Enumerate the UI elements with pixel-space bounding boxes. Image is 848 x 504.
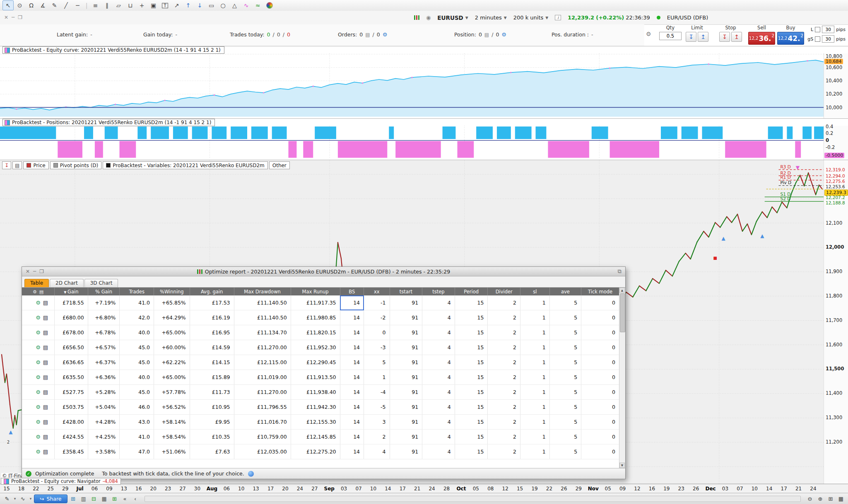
ellipse-tool[interactable]: ○ bbox=[217, 0, 229, 10]
cell--winning[interactable]: +58.14% bbox=[154, 415, 190, 430]
cell-period[interactable]: 15 bbox=[455, 325, 488, 340]
cell-max-drawdown[interactable]: £11,140.50 bbox=[234, 295, 291, 310]
regression-tool[interactable]: ≈ bbox=[252, 0, 263, 10]
cell-period[interactable]: 15 bbox=[455, 370, 488, 385]
cell--winning[interactable]: +64.29% bbox=[154, 310, 190, 325]
cell--gain[interactable]: +3.58% bbox=[88, 444, 120, 459]
optimize-result-row[interactable]: ⚙▤£424.55+4.25%41.0+58.54%£10.35£10,759.… bbox=[22, 430, 619, 444]
share-icon[interactable]: ⧉ bbox=[618, 268, 622, 275]
cell--gain[interactable]: +6.80% bbox=[88, 310, 120, 325]
optimize-tab-table[interactable]: Table bbox=[24, 279, 49, 287]
cell-sl[interactable]: 1 bbox=[520, 444, 550, 459]
cell-trades[interactable]: 47.0 bbox=[120, 444, 154, 459]
equity-pane-tab[interactable]: ProBacktest - Equity curve: 20201221 Ver… bbox=[2, 46, 224, 54]
row-save-icon[interactable]: ▤ bbox=[43, 314, 48, 321]
duplicate-tool[interactable]: ▣ bbox=[148, 0, 159, 10]
cell-tstart[interactable]: 91 bbox=[390, 370, 422, 385]
cell-gain[interactable]: £678.00 bbox=[55, 325, 88, 340]
timeframe-dropdown[interactable]: 2 minutes▼ bbox=[475, 14, 507, 21]
cell-trades[interactable]: 41.0 bbox=[120, 295, 154, 310]
cell-tick-mode[interactable]: 0 bbox=[581, 415, 619, 430]
share-button[interactable]: ↪ Share bbox=[34, 494, 67, 503]
pane-list-icon[interactable]: ▤ bbox=[12, 161, 22, 169]
position-settings-icon[interactable]: ⚙ bbox=[501, 31, 506, 38]
grid-green-icon[interactable]: ⊟ bbox=[89, 494, 99, 503]
cell-xx[interactable]: 4 bbox=[364, 444, 390, 459]
pane-collapse-icon[interactable]: ↧ bbox=[2, 161, 11, 169]
cell-tstart[interactable]: 91 bbox=[390, 355, 422, 370]
cell-trades[interactable]: 45.0 bbox=[120, 355, 154, 370]
cell-trades[interactable]: 40.0 bbox=[120, 370, 154, 385]
cell-tstart[interactable]: 91 bbox=[390, 430, 422, 444]
cell-bs[interactable]: 14 bbox=[340, 415, 364, 430]
cell--winning[interactable]: +60.00% bbox=[154, 340, 190, 355]
cell-tick-mode[interactable]: 0 bbox=[581, 444, 619, 459]
row-settings-icon[interactable]: ⚙ bbox=[36, 434, 41, 440]
column-header-trades[interactable]: Trades bbox=[120, 288, 154, 295]
cell-divider[interactable]: 2 bbox=[488, 325, 520, 340]
trash-tool[interactable]: ⊔ bbox=[125, 0, 136, 10]
cell-gain[interactable]: £527.75 bbox=[55, 385, 88, 400]
cell-ave[interactable]: 5 bbox=[549, 430, 581, 444]
cell-tstep[interactable]: 4 bbox=[422, 355, 455, 370]
cell-ave[interactable]: 5 bbox=[549, 310, 581, 325]
buy-button[interactable]: 12,242.2 bbox=[777, 32, 804, 45]
row-settings-icon[interactable]: ⚙ bbox=[36, 314, 41, 321]
row-settings-icon[interactable]: ⚙ bbox=[36, 404, 41, 410]
row-save-icon[interactable]: ▤ bbox=[43, 404, 48, 410]
cell-trades[interactable]: 45.0 bbox=[120, 340, 154, 355]
cell-ave[interactable]: 5 bbox=[549, 340, 581, 355]
cell-xx[interactable]: 0 bbox=[364, 325, 390, 340]
cell-ave[interactable]: 5 bbox=[549, 444, 581, 459]
cell-trades[interactable]: 46.0 bbox=[120, 400, 154, 415]
cell-divider[interactable]: 2 bbox=[488, 444, 520, 459]
cell--gain[interactable]: +4.28% bbox=[88, 415, 120, 430]
cell-trades[interactable]: 42.0 bbox=[120, 310, 154, 325]
draw-menu-caret[interactable]: ▾ bbox=[13, 494, 17, 503]
cell-xx[interactable]: 3 bbox=[364, 415, 390, 430]
row-save-icon[interactable]: ▤ bbox=[43, 374, 48, 380]
cell-bs[interactable]: 14 bbox=[340, 370, 364, 385]
cell-max-runup[interactable]: £12,145.85 bbox=[291, 430, 340, 444]
cell-sl[interactable]: 1 bbox=[520, 415, 550, 430]
cell-divider[interactable]: 2 bbox=[488, 385, 520, 400]
column-header-avg-gain[interactable]: Avg. gain bbox=[190, 288, 234, 295]
row-settings-icon[interactable]: ⚙ bbox=[36, 419, 41, 425]
cell-avg-gain[interactable]: £10.35 bbox=[190, 430, 234, 444]
cell-ave[interactable]: 5 bbox=[549, 385, 581, 400]
optimize-result-row[interactable]: ⚙▤£718.55+7.19%41.0+65.85%£17.53£11,140.… bbox=[22, 295, 619, 310]
zoom-tool[interactable]: ⊙ bbox=[14, 0, 25, 10]
cell-max-runup[interactable]: £12,290.45 bbox=[291, 355, 340, 370]
column-header-tstart[interactable]: tstart bbox=[390, 288, 422, 295]
limit-buy-button[interactable]: ↥ bbox=[698, 32, 708, 42]
cell--gain[interactable]: +6.36% bbox=[88, 370, 120, 385]
cell-sl[interactable]: 1 bbox=[520, 400, 550, 415]
optimize-tab-3d-chart[interactable]: 3D Chart bbox=[84, 279, 118, 287]
cell-tstart[interactable]: 91 bbox=[390, 310, 422, 325]
limit-sell-button[interactable]: ↧ bbox=[686, 32, 696, 42]
cell-avg-gain[interactable]: £14.59 bbox=[190, 340, 234, 355]
cell-tick-mode[interactable]: 0 bbox=[581, 370, 619, 385]
restore-icon[interactable]: ❒ bbox=[18, 14, 22, 20]
arrow-up-tool[interactable]: ↑ bbox=[183, 0, 194, 10]
limit-pips-checkbox[interactable] bbox=[815, 27, 820, 32]
cell-max-drawdown[interactable]: £11,796.55 bbox=[234, 400, 291, 415]
cell-max-runup[interactable]: £11,913.50 bbox=[291, 370, 340, 385]
cell-max-drawdown[interactable]: £12,035.00 bbox=[234, 444, 291, 459]
zoom-out-button[interactable]: ⊖ bbox=[805, 494, 814, 503]
cell--gain[interactable]: +6.37% bbox=[88, 355, 120, 370]
close-icon[interactable]: ✕ bbox=[4, 14, 8, 20]
cell-ave[interactable]: 5 bbox=[549, 415, 581, 430]
row-save-icon[interactable]: ▤ bbox=[43, 344, 48, 350]
column-header-tstep[interactable]: tstep bbox=[422, 288, 455, 295]
cell--winning[interactable]: +62.22% bbox=[154, 355, 190, 370]
minimize-icon[interactable]: ─ bbox=[12, 14, 14, 20]
cell-avg-gain[interactable]: £9.95 bbox=[190, 415, 234, 430]
optimize-result-row[interactable]: ⚙▤£527.75+5.28%45.0+57.78%£11.73£11,270.… bbox=[22, 385, 619, 400]
horizontal-scrollbar[interactable] bbox=[145, 496, 801, 502]
row-save-icon[interactable]: ▤ bbox=[43, 419, 48, 425]
alarm-tool[interactable]: Ω bbox=[26, 0, 37, 10]
cell-tstep[interactable]: 4 bbox=[422, 430, 455, 444]
optimize-result-row[interactable]: ⚙▤£358.45+3.58%47.0+51.06%£7.63£12,035.0… bbox=[22, 444, 619, 459]
price-pane-tab-3[interactable]: Other bbox=[269, 161, 290, 169]
